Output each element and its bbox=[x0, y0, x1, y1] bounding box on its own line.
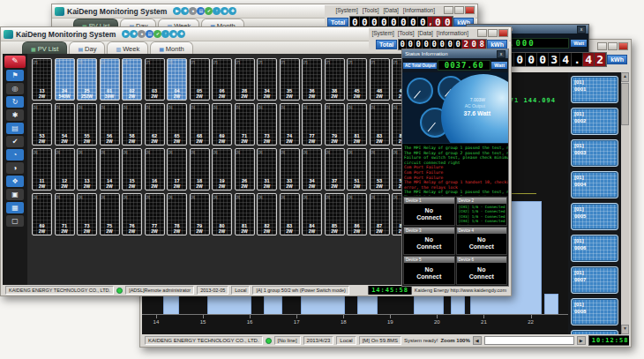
pv-panel-cell[interactable]: [3]752W bbox=[100, 193, 120, 236]
menu-item-system[interactable]: [System] bbox=[371, 30, 393, 36]
pv-panel-cell[interactable]: [7]382W bbox=[325, 58, 345, 101]
close-button[interactable] bbox=[498, 29, 508, 37]
pv-panel-cell[interactable]: [7]342W bbox=[257, 58, 277, 101]
clock-icon[interactable]: ◔ bbox=[6, 149, 24, 161]
pv-panel-cell[interactable]: [3]532W bbox=[370, 148, 390, 191]
pv-panel-cell[interactable]: [5]542W bbox=[55, 103, 75, 146]
tab-week[interactable]: ▥Week bbox=[107, 41, 148, 55]
pv-panel-cell[interactable]: [3]312W bbox=[257, 148, 277, 191]
maximize-button[interactable] bbox=[488, 29, 498, 37]
archive-icon[interactable]: ▢ bbox=[6, 215, 24, 227]
pv-panel-cell[interactable]: [5]652W bbox=[167, 103, 187, 146]
pv-panel-cell[interactable]: [5]682W bbox=[190, 103, 210, 146]
report-icon[interactable]: ▤ bbox=[6, 123, 24, 134]
pv-panel-cell[interactable]: [5]692W bbox=[212, 103, 232, 146]
menu-item-data[interactable]: [Data] bbox=[384, 7, 399, 13]
pv-panel-cell[interactable]: [3]372W bbox=[325, 148, 345, 191]
pv-panel-cell[interactable]: [3]162W bbox=[145, 148, 165, 191]
pv-panel-cell[interactable]: [5]562W bbox=[100, 103, 120, 146]
settings-icon[interactable]: ✱ bbox=[181, 7, 189, 15]
pv-panel-cell[interactable]: [5]742W bbox=[280, 103, 300, 146]
menu-item-tools[interactable]: [Tools] bbox=[398, 30, 415, 36]
pv-panel-cell[interactable]: [7]052W bbox=[190, 58, 210, 101]
pv-panel-cell[interactable]: [7]132W bbox=[32, 58, 52, 101]
pv-panel-cell[interactable]: [3]172W bbox=[167, 148, 187, 191]
camera-icon[interactable]: ▣ bbox=[6, 189, 24, 200]
scrollbar[interactable]: ▲ ▼ bbox=[621, 72, 629, 334]
pv-panel-cell[interactable]: [3]812W bbox=[235, 193, 255, 236]
options-icon[interactable]: ✚ bbox=[177, 30, 185, 38]
pv-panel-cell[interactable]: [3]772W bbox=[145, 193, 165, 236]
pv-panel-cell[interactable]: [3]122W bbox=[55, 148, 75, 191]
zoom-slider[interactable] bbox=[484, 336, 574, 345]
tab-pv-list[interactable]: ▦PV List bbox=[22, 41, 67, 55]
pv-panel-cell[interactable]: [3]132W bbox=[77, 148, 97, 191]
pv-panel-cell[interactable]: [7]042W bbox=[167, 58, 187, 101]
minimize-button[interactable] bbox=[477, 29, 487, 37]
inverter-button-0001[interactable]: [01]0001 bbox=[571, 76, 618, 103]
pv-panel-cell[interactable]: [3]192W bbox=[212, 148, 232, 191]
panel-titlebar[interactable]: Status Information x bbox=[402, 49, 508, 58]
pv-panel-cell[interactable]: [3]872W bbox=[370, 193, 390, 236]
pv-panel-cell[interactable]: [7]032W bbox=[145, 58, 165, 101]
play-icon[interactable]: ▶ bbox=[173, 7, 181, 15]
pv-panel-cell[interactable]: [5]812W bbox=[347, 103, 367, 146]
pv-panel-cell[interactable]: [7]452W bbox=[347, 58, 367, 101]
pv-panel-cell[interactable]: [3]342W bbox=[302, 148, 322, 191]
inverter-button-0009[interactable]: [01]0009 bbox=[571, 330, 618, 334]
pv-panel-cell[interactable]: [5]732W bbox=[257, 103, 277, 146]
inverter-button-0006[interactable]: [01]0006 bbox=[571, 235, 618, 262]
pv-panel-cell[interactable]: [3]822W bbox=[257, 193, 277, 236]
scroll-up-icon[interactable]: ▲ bbox=[621, 72, 629, 82]
pv-panel-cell[interactable]: [5]712W bbox=[235, 103, 255, 146]
pv-panel-cell[interactable]: [7]352W bbox=[280, 58, 300, 101]
settings-icon[interactable]: ✱ bbox=[130, 30, 138, 38]
inverter-button-0002[interactable]: [01]0002 bbox=[571, 108, 618, 135]
close-button[interactable] bbox=[465, 6, 475, 14]
check-icon[interactable]: ✔ bbox=[6, 136, 24, 147]
play-icon[interactable]: ▶ bbox=[122, 30, 130, 38]
pv-panel-cell[interactable]: [5]582W bbox=[122, 103, 142, 146]
menu-item-information[interactable]: [Information] bbox=[437, 30, 468, 36]
scroll-down-icon[interactable]: ▼ bbox=[621, 325, 629, 334]
pv-panel-cell[interactable]: [3]802W bbox=[212, 193, 232, 236]
pv-panel-cell[interactable]: [3]792W bbox=[190, 193, 210, 236]
tab-day[interactable]: ▤Day bbox=[69, 41, 105, 55]
pv-panel-cell[interactable]: [7]062W bbox=[212, 58, 232, 101]
pv-panel-cell[interactable]: [5]772W bbox=[302, 103, 322, 146]
minimize-button[interactable] bbox=[444, 6, 453, 14]
network-icon[interactable]: ❖ bbox=[6, 176, 24, 187]
pv-panel-cell[interactable]: [3]692W bbox=[32, 193, 52, 236]
minimize-button[interactable] bbox=[597, 42, 607, 50]
pv-panel-cell[interactable]: [7]022W bbox=[122, 58, 142, 101]
gear-icon[interactable]: ✱ bbox=[6, 109, 24, 121]
pv-panel-cell[interactable]: [3]832W bbox=[280, 193, 300, 236]
flag-icon[interactable]: ⚑ bbox=[6, 70, 24, 81]
menu-item-data[interactable]: [Data] bbox=[418, 30, 433, 36]
pv-panel-cell[interactable]: [7]482W bbox=[370, 58, 390, 101]
pv-panel-cell[interactable]: [5]532W bbox=[32, 103, 52, 146]
pie-icon[interactable]: ◑ bbox=[6, 162, 24, 174]
pv-panel-cell[interactable]: [3]712W bbox=[55, 193, 75, 236]
inverter-button-0003[interactable]: [01]0003 bbox=[571, 139, 618, 167]
monitor-icon[interactable]: ▦ bbox=[6, 202, 24, 213]
pv-panel-cell[interactable]: [3]112W bbox=[32, 148, 52, 191]
menu-item-system[interactable]: [System] bbox=[335, 7, 357, 13]
pv-panel-cell[interactable]: [7]0139W bbox=[100, 58, 120, 101]
lock-icon[interactable]: ● bbox=[138, 30, 146, 38]
pv-panel-cell[interactable]: [3]142W bbox=[100, 148, 120, 191]
document-icon[interactable]: ▤ bbox=[146, 30, 154, 38]
inverter-button-0008[interactable]: [01]0008 bbox=[571, 298, 618, 325]
options-icon[interactable]: ✚ bbox=[228, 7, 236, 15]
pv-panel-cell[interactable]: [3]762W bbox=[122, 193, 142, 236]
power-icon[interactable]: ◎ bbox=[6, 83, 24, 94]
pv-panel-cell[interactable]: [5]622W bbox=[145, 103, 165, 146]
maximize-button[interactable] bbox=[454, 6, 464, 14]
pv-panel-cell[interactable]: [3]862W bbox=[347, 193, 367, 236]
status-icon[interactable]: ✔ bbox=[154, 30, 161, 38]
menu-item-tools[interactable]: [Tools] bbox=[363, 7, 379, 13]
close-icon[interactable]: x bbox=[497, 50, 505, 58]
pv-panel-cell[interactable]: [3]782W bbox=[167, 193, 187, 236]
scroll-thumb[interactable] bbox=[621, 83, 629, 125]
pv-panel-cell[interactable]: [7]362W bbox=[302, 58, 322, 101]
